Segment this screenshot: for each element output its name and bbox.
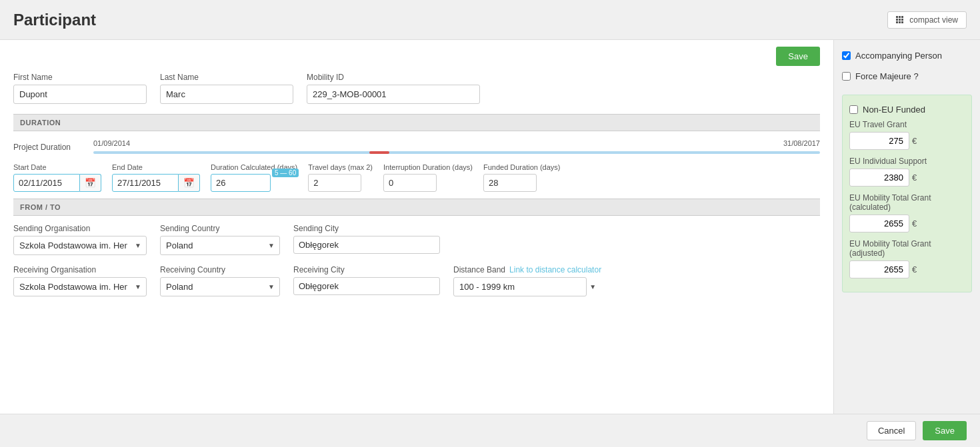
start-date-input[interactable] — [13, 174, 80, 192]
project-duration-label: Project Duration — [13, 143, 87, 152]
sending-country-select[interactable]: Poland — [160, 236, 280, 255]
eu-travel-grant-euro: € — [912, 136, 917, 146]
distance-calculator-link[interactable]: Link to distance calculator — [509, 265, 601, 274]
force-majeure-label[interactable]: Force Majeure ? — [855, 71, 919, 81]
funded-field: Funded Duration (days) — [483, 163, 561, 192]
funded-input[interactable] — [483, 174, 537, 192]
duration-calc-wrap: 5 — 60 — [211, 174, 297, 192]
eu-mobility-total-adj-input-row: € — [849, 260, 965, 278]
start-date-calendar-button[interactable]: 📅 — [80, 174, 101, 192]
end-date-label: End Date — [112, 163, 200, 171]
sending-org-select-wrap: Szkola Podstawowa im. Henryka Si — [13, 236, 147, 255]
first-name-label: First Name — [13, 73, 147, 82]
sending-city-label: Sending City — [293, 224, 440, 233]
non-eu-funded-row: Non-EU Funded — [849, 105, 965, 115]
accompanying-person-checkbox[interactable] — [842, 51, 851, 60]
receiving-country-select[interactable]: Poland — [160, 277, 280, 296]
eu-individual-support-label: EU Individual Support — [849, 157, 965, 166]
interruption-field: Interruption Duration (days) — [383, 163, 473, 192]
eu-travel-grant-input-row: € — [849, 132, 965, 150]
last-name-label: Last Name — [160, 73, 293, 82]
receiving-org-select-wrap: Szkola Podstawowa im. Henryka Si — [13, 277, 147, 296]
duration-start-date: 01/09/2014 — [93, 139, 130, 147]
duration-bar: 01/09/2014 31/08/2017 — [93, 139, 820, 155]
first-name-input[interactable] — [13, 85, 147, 104]
eu-mobility-total-adj-field: EU Mobility Total Grant (adjusted) € — [849, 239, 965, 278]
eu-mobility-total-calc-input[interactable] — [849, 215, 909, 232]
duration-track — [93, 151, 820, 154]
end-date-wrap: 📅 — [112, 174, 200, 192]
non-eu-funded-checkbox[interactable] — [849, 105, 858, 114]
from-to-section-header: FROM / TO — [13, 199, 820, 216]
last-name-input[interactable] — [160, 85, 293, 104]
start-date-field: Start Date 📅 — [13, 163, 101, 192]
travel-days-label: Travel days (max 2) — [308, 163, 373, 171]
eu-individual-support-euro: € — [912, 173, 917, 183]
travel-days-input[interactable] — [308, 174, 361, 192]
eu-mobility-total-calc-field: EU Mobility Total Grant (calculated) € — [849, 193, 965, 232]
eu-mobility-total-calc-euro: € — [912, 219, 917, 228]
grant-section: Non-EU Funded EU Travel Grant € EU Indiv… — [842, 95, 972, 292]
cancel-button[interactable]: Cancel — [867, 421, 916, 440]
eu-travel-grant-label: EU Travel Grant — [849, 120, 965, 129]
force-majeure-checkbox[interactable] — [842, 72, 851, 81]
footer: Cancel Save — [0, 414, 980, 447]
sending-org-select[interactable]: Szkola Podstawowa im. Henryka Si — [13, 236, 147, 255]
end-date-calendar-button[interactable]: 📅 — [179, 174, 200, 192]
end-date-field: End Date 📅 — [112, 163, 200, 192]
sending-org-label: Sending Organisation — [13, 224, 147, 233]
end-date-input[interactable] — [112, 174, 179, 192]
receiving-org-select[interactable]: Szkola Podstawowa im. Henryka Si — [13, 277, 147, 296]
eu-travel-grant-input[interactable] — [849, 132, 909, 150]
funded-label: Funded Duration (days) — [483, 163, 561, 171]
sending-country-select-wrap: Poland — [160, 236, 280, 255]
sending-country-label: Sending Country — [160, 224, 280, 233]
eu-travel-grant-field: EU Travel Grant € — [849, 120, 965, 150]
eu-mobility-total-calc-input-row: € — [849, 215, 965, 232]
duration-calc-input[interactable] — [211, 174, 271, 192]
first-name-group: First Name — [13, 73, 147, 104]
eu-individual-support-field: EU Individual Support € — [849, 157, 965, 187]
receiving-country-field: Receiving Country Poland — [160, 265, 280, 296]
duration-end-date: 31/08/2017 — [783, 139, 820, 147]
duration-badge: 5 — 60 — [272, 169, 299, 177]
non-eu-funded-label[interactable]: Non-EU Funded — [863, 105, 925, 115]
receiving-org-label: Receiving Organisation — [13, 265, 147, 274]
accompanying-person-label[interactable]: Accompanying Person — [855, 51, 942, 61]
force-majeure-row: Force Majeure ? — [842, 71, 972, 81]
compact-view-button[interactable]: compact view — [887, 11, 967, 29]
save-button-top[interactable]: Save — [776, 47, 820, 66]
distance-band-select-wrap: 100 - 1999 km — [453, 277, 601, 296]
eu-mobility-total-adj-euro: € — [912, 264, 917, 274]
save-button-bottom[interactable]: Save — [923, 421, 967, 440]
receiving-city-field: Receiving City — [293, 265, 440, 295]
sending-city-field: Sending City — [293, 224, 440, 254]
eu-individual-support-input[interactable] — [849, 169, 909, 187]
duration-section-header: DURATION — [13, 114, 820, 131]
interruption-input[interactable] — [383, 174, 437, 192]
distance-band-select[interactable]: 100 - 1999 km — [453, 277, 587, 296]
travel-days-field: Travel days (max 2) — [308, 163, 373, 192]
eu-individual-support-input-row: € — [849, 169, 965, 187]
receiving-city-input[interactable] — [293, 277, 440, 295]
grid-icon — [896, 16, 903, 23]
duration-calc-field: Duration Calculated (days) 5 — 60 — [211, 163, 297, 192]
mobility-id-input[interactable] — [307, 85, 480, 104]
duration-marker — [369, 151, 389, 154]
sending-org-field: Sending Organisation Szkola Podstawowa i… — [13, 224, 147, 255]
receiving-city-label: Receiving City — [293, 265, 440, 274]
last-name-group: Last Name — [160, 73, 293, 104]
sending-city-input[interactable] — [293, 236, 440, 254]
eu-mobility-total-calc-label: EU Mobility Total Grant (calculated) — [849, 193, 965, 212]
receiving-org-field: Receiving Organisation Szkola Podstawowa… — [13, 265, 147, 296]
receiving-country-label: Receiving Country — [160, 265, 280, 274]
distance-band-field: Distance Band Link to distance calculato… — [453, 265, 601, 296]
interruption-label: Interruption Duration (days) — [383, 163, 473, 171]
receiving-country-select-wrap: Poland — [160, 277, 280, 296]
distance-band-label: Distance Band Link to distance calculato… — [453, 265, 601, 274]
sending-country-field: Sending Country Poland — [160, 224, 280, 255]
mobility-id-label: Mobility ID — [307, 73, 480, 82]
accompanying-person-row: Accompanying Person — [842, 51, 972, 61]
page-title: Participant — [13, 11, 96, 29]
eu-mobility-total-adj-input[interactable] — [849, 260, 909, 278]
